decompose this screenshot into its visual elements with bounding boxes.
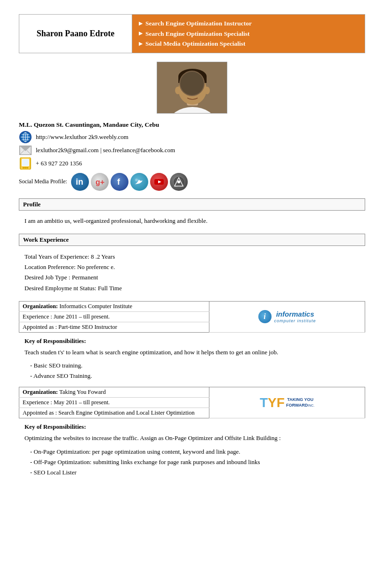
title-item-2: Search Engine Optimization Specialist <box>139 29 358 39</box>
youtube-icon[interactable] <box>150 173 168 191</box>
profile-section-header: Profile <box>19 198 365 211</box>
header-name: Sharon Paano Edrote <box>19 15 132 53</box>
org1-resp-text: Teach studen t's' to learn what is searc… <box>24 348 365 357</box>
social-media-row: Social Media Profile: in g+ f <box>19 173 365 191</box>
org2-appointed-cell: Appointed as : Search Engine Optimisatio… <box>19 408 209 418</box>
svg-point-3 <box>178 74 207 105</box>
employment-status: Desired Employme nt Status: Full Time <box>24 283 365 294</box>
informatics-logo: i informatics computer institute <box>211 306 363 328</box>
org2-name-cell: Organization: Taking You Foward <box>19 387 209 398</box>
informatics-text: informatics computer institute <box>274 310 316 324</box>
svg-point-6 <box>175 87 181 94</box>
list-item: On-Page Optimization: per page optimizat… <box>30 447 365 457</box>
org1-name-row: Organization: Informatics Computer Insti… <box>19 301 365 311</box>
svg-point-11 <box>197 88 200 90</box>
org1-logo-cell: i informatics computer institute <box>209 301 365 332</box>
title-item-3: Social Media Optimization Specialist <box>139 39 358 49</box>
linkedin-icon[interactable]: in <box>71 173 89 191</box>
title-item-1: Search Engine Optimization Instructor <box>139 18 358 29</box>
header-box: Sharon Paano Edrote Search Engine Optimi… <box>19 14 365 53</box>
web-icon <box>19 131 32 143</box>
social-label: Social Media Profile: <box>19 178 67 185</box>
org1-table: Organization: Informatics Computer Insti… <box>19 301 365 333</box>
org2-resp-text: Optimizing the websites to increase the … <box>24 433 365 443</box>
email-text: lexluthor2k9@gmail.com | seo.freelance@f… <box>36 147 175 154</box>
svg-rect-5 <box>178 76 207 83</box>
org2-resp-list: On-Page Optimization: per page optimizat… <box>30 447 365 478</box>
work-stats: Total Years of Experience: 8 .2 Years Lo… <box>24 252 365 293</box>
svg-point-25 <box>26 167 28 169</box>
website-text: http://www.lexluthor 2k9.weebly.com <box>36 133 128 141</box>
svg-point-23 <box>23 167 24 169</box>
profile-photo <box>157 62 227 114</box>
profile-section: Profile I am an ambitio us, well-organiz… <box>19 198 365 226</box>
google-plus-icon[interactable]: g+ <box>91 173 109 191</box>
list-item: SEO Local Lister <box>30 467 365 478</box>
org2-exp-cell: Experience : May 2011 – till present. <box>19 398 209 408</box>
svg-point-30 <box>135 179 138 181</box>
phone-icon <box>19 158 32 169</box>
svg-point-12 <box>191 92 194 95</box>
org1-key-resp-label: Key of Responsibilities: <box>24 337 365 345</box>
svg-text:g+: g+ <box>96 178 104 186</box>
tyf-logo: TYF TAKING YOU FORWARDINC. <box>211 392 363 414</box>
twitter-icon[interactable] <box>130 173 148 191</box>
svg-point-24 <box>24 167 26 169</box>
contact-email-row: lexluthor2k9@gmail.com | seo.freelance@f… <box>19 145 365 156</box>
svg-point-35 <box>177 180 180 183</box>
org1-appointed-cell: Appointed as : Part-time SEO Instructor <box>19 322 209 332</box>
list-item: Advance SEO Training. <box>30 371 365 381</box>
org1-resp-list: Basic SEO training. Advance SEO Training… <box>30 360 365 381</box>
svg-point-8 <box>184 87 189 90</box>
org1-exp-cell: Experience : June 2011 – till present. <box>19 311 209 322</box>
org1-name-cell: Organization: Informatics Computer Insti… <box>19 301 209 311</box>
photo-container <box>19 62 365 114</box>
tyf-text: TAKING YOU FORWARDINC. <box>286 397 314 408</box>
profile-text: I am an ambitio us, well-organized profe… <box>24 216 365 226</box>
org2-table: Organization: Taking You Foward TYF TAKI… <box>19 387 365 418</box>
social-icons: in g+ f <box>71 173 188 191</box>
list-item: Off-Page Optimization: submitting links … <box>30 457 365 467</box>
seo-icon[interactable] <box>170 173 188 191</box>
svg-point-7 <box>204 87 210 94</box>
list-item: Basic SEO training. <box>30 360 365 371</box>
org2-key-resp-label: Key of Responsibilities: <box>24 423 365 431</box>
address: M.L. Quezon St. Casuntingan, Mandaue Cit… <box>19 121 365 129</box>
facebook-icon[interactable]: f <box>111 173 128 191</box>
phone-text: + 63 927 220 1356 <box>36 160 82 167</box>
svg-point-9 <box>196 87 200 90</box>
header-titles: Search Engine Optimization Instructor Se… <box>132 15 365 53</box>
svg-text:in: in <box>76 177 83 187</box>
svg-point-10 <box>185 88 188 90</box>
job-type: Desired Job Type : Permanent <box>24 272 365 283</box>
contact-phone-row: + 63 927 220 1356 <box>19 158 365 169</box>
total-years: Total Years of Experience: 8 .2 Years <box>24 252 365 262</box>
work-experience-header: Work Experience <box>19 234 365 246</box>
svg-rect-26 <box>22 159 29 166</box>
org2-name-row: Organization: Taking You Foward TYF TAKI… <box>19 387 365 398</box>
org2-logo-cell: TYF TAKING YOU FORWARDINC. <box>209 387 365 418</box>
contact-website-row: http://www.lexluthor 2k9.weebly.com <box>19 131 365 143</box>
work-experience-section: Work Experience Total Years of Experienc… <box>19 234 365 478</box>
tyf-letters: TYF <box>260 395 285 410</box>
location-pref: Location Preference: No preferenc e. <box>24 262 365 272</box>
informatics-icon: i <box>258 310 272 323</box>
email-icon <box>19 145 32 156</box>
svg-text:f: f <box>117 177 120 187</box>
